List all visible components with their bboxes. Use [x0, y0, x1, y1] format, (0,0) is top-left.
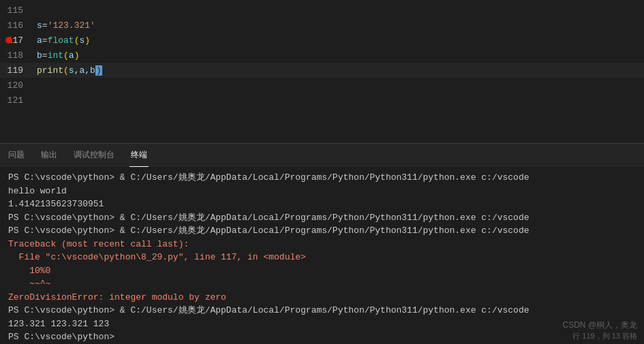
terminal-line-code: 10%0	[8, 264, 636, 278]
terminal-line-traceback: Traceback (most recent call last):	[8, 238, 636, 251]
watermark: CSDN @桐人，奥龙 行 119，列 13 容格	[562, 319, 637, 341]
code-line-121: 121	[0, 93, 644, 108]
code-line-116: 116 s='123.321'	[0, 18, 644, 33]
terminal-line: PS C:\vscode\python> & C:/Users/姚奥龙/AppD…	[8, 171, 636, 185]
terminal-area[interactable]: PS C:\vscode\python> & C:/Users/姚奥龙/AppD…	[0, 167, 644, 344]
tab-problems[interactable]: 问题	[7, 144, 26, 167]
code-lines: 115 116 s='123.321' 117 a=float(s) 118 b…	[0, 0, 644, 143]
code-line-120: 120	[0, 78, 644, 93]
var-s: s	[37, 20, 42, 31]
func-int: int	[48, 50, 63, 61]
var-a-ref: a	[69, 50, 74, 61]
terminal-line: PS C:\vscode\python> & C:/Users/姚奥龙/AppD…	[8, 304, 636, 317]
panel-container: 问题 输出 调试控制台 终端 PS C:\vscode\python> & C:…	[0, 143, 644, 344]
terminal-prompt: PS C:\vscode\python>	[8, 330, 636, 344]
string-value: '123.321'	[48, 20, 95, 31]
code-line-118: 118 b=int(a)	[0, 48, 644, 63]
editor-area: 115 116 s='123.321' 117 a=float(s) 118 b…	[0, 0, 644, 143]
terminal-line: 1.4142135623730951	[8, 198, 636, 211]
tab-terminal[interactable]: 终端	[129, 144, 149, 167]
func-float: float	[48, 35, 74, 46]
args-s: s	[69, 65, 74, 76]
func-print: print	[37, 65, 63, 76]
terminal-line-error-msg: ZeroDivisionError: integer modulo by zer…	[8, 291, 636, 304]
terminal-line-caret: ~~^~	[8, 277, 636, 291]
terminal-line: PS C:\vscode\python> & C:/Users/姚奥龙/AppD…	[8, 211, 636, 225]
terminal-line: PS C:\vscode\python> & C:/Users/姚奥龙/AppD…	[8, 224, 636, 238]
breakpoint-indicator	[5, 37, 12, 44]
args-b: b	[90, 65, 95, 76]
code-line-119: 119 print(s,a,b)	[0, 63, 644, 78]
var-a: a	[37, 35, 42, 46]
terminal-line-file: File "c:\vscode\python\8_29.py", line 11…	[8, 251, 636, 264]
code-line-117: 117 a=float(s)	[0, 33, 644, 48]
tab-debug-console[interactable]: 调试控制台	[72, 144, 116, 167]
tab-output[interactable]: 输出	[40, 144, 59, 167]
terminal-line: hello world	[8, 185, 636, 198]
panel-tabs: 问题 输出 调试控制台 终端	[0, 143, 644, 167]
code-line-115: 115	[0, 3, 644, 18]
var-b: b	[37, 50, 42, 61]
terminal-line-result: 123.321 123.321 123	[8, 317, 636, 331]
